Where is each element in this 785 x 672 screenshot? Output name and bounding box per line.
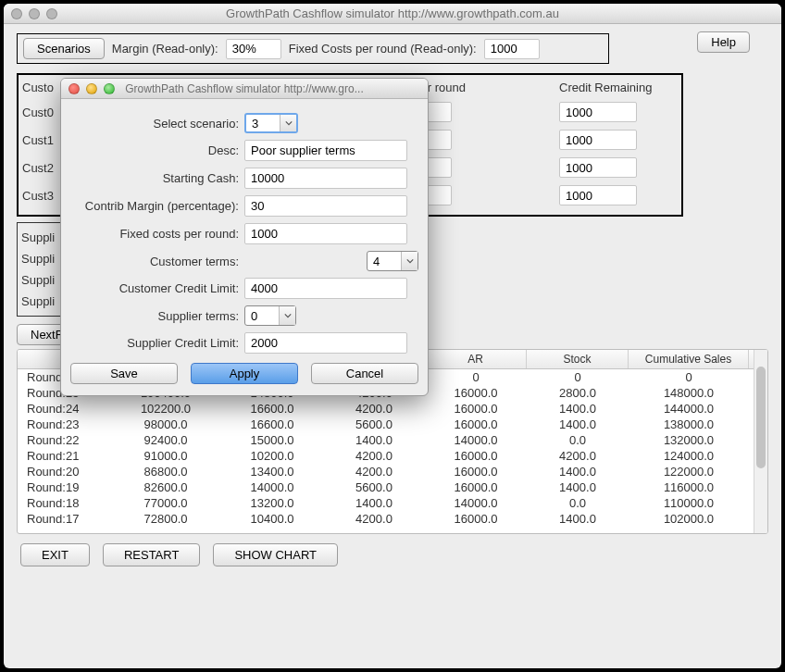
customer-terms-combo[interactable]	[367, 251, 418, 271]
zoom-icon[interactable]	[104, 83, 115, 94]
contrib-margin-label: Contrib Margin (percentage):	[70, 199, 244, 213]
help-button[interactable]: Help	[697, 31, 750, 53]
scenario-dialog: GrowthPath Cashflow simulator http://www…	[60, 78, 429, 396]
table-row[interactable]: Round:2398000.016600.05600.016000.01400.…	[18, 417, 767, 432]
fixed-costs-label: Fixed Costs per round (Read-only):	[289, 42, 477, 56]
starting-cash-field[interactable]	[244, 168, 407, 189]
table-row[interactable]: Round:2086800.013400.04200.016000.01400.…	[18, 464, 767, 479]
cancel-button[interactable]: Cancel	[311, 363, 418, 384]
supplier-terms-value[interactable]	[245, 309, 279, 323]
chevron-down-icon[interactable]	[280, 115, 296, 131]
col-header[interactable]: Cumulative Sales	[629, 350, 749, 368]
fixed-costs-label: Fixed costs per round:	[70, 227, 244, 241]
main-titlebar: GrowthPath Cashflow simulator http://www…	[4, 4, 781, 24]
table-row[interactable]: Round:1982600.014000.05600.016000.01400.…	[18, 479, 767, 495]
table-row[interactable]: Round:2292400.015000.01400.014000.00.013…	[18, 432, 767, 448]
table-row[interactable]: Round:2191000.010200.04200.016000.04200.…	[18, 448, 767, 464]
desc-label: Desc:	[70, 143, 244, 157]
minimize-icon[interactable]	[29, 8, 40, 19]
toolbar: Scenarios Margin (Read-only): Fixed Cost…	[17, 33, 609, 64]
close-icon[interactable]	[69, 83, 80, 94]
cust-header-credit: Credit Remaining	[559, 81, 670, 94]
scrollbar[interactable]	[754, 350, 767, 533]
apply-button[interactable]: Apply	[191, 363, 298, 384]
supplier-terms-combo[interactable]	[244, 305, 296, 326]
credit-field[interactable]	[559, 157, 637, 178]
select-scenario-combo[interactable]	[244, 113, 298, 133]
starting-cash-label: Starting Cash:	[70, 171, 244, 185]
contrib-margin-field[interactable]	[244, 195, 407, 217]
col-header[interactable]: AR	[425, 350, 527, 368]
fixed-costs-field[interactable]	[244, 223, 407, 244]
dialog-titlebar: GrowthPath Cashflow simulator http://www…	[61, 79, 428, 99]
supplier-credit-field[interactable]	[244, 332, 407, 354]
main-title: GrowthPath Cashflow simulator http://www…	[4, 6, 781, 20]
select-scenario-value[interactable]	[246, 117, 280, 131]
dialog-title: GrowthPath Cashflow simulator http://www…	[61, 82, 428, 95]
customer-terms-value[interactable]	[368, 255, 401, 268]
customer-terms-label: Customer terms:	[70, 255, 244, 268]
chevron-down-icon[interactable]	[279, 306, 295, 325]
chevron-down-icon[interactable]	[401, 252, 417, 270]
supplier-credit-label: Supplier Credit Limit:	[70, 336, 244, 350]
select-scenario-label: Select scenario:	[70, 117, 244, 131]
save-button[interactable]: Save	[70, 363, 178, 384]
credit-field[interactable]	[559, 102, 637, 122]
customer-credit-label: Customer Credit Limit:	[70, 281, 244, 295]
restart-button[interactable]: RESTART	[103, 543, 200, 566]
fixed-costs-field	[484, 39, 540, 59]
customer-credit-field[interactable]	[244, 278, 407, 299]
table-row[interactable]: Round:1772800.010400.04200.016000.01400.…	[18, 511, 767, 527]
margin-field	[226, 39, 281, 59]
margin-label: Margin (Read-only):	[112, 42, 218, 56]
zoom-icon[interactable]	[46, 8, 57, 19]
credit-field[interactable]	[559, 185, 637, 205]
desc-field[interactable]	[244, 140, 407, 161]
exit-button[interactable]: EXIT	[20, 543, 90, 566]
scenarios-button[interactable]: Scenarios	[23, 38, 105, 59]
col-header[interactable]: Stock	[527, 350, 629, 368]
table-row[interactable]: Round:1877000.013200.01400.014000.00.011…	[18, 495, 767, 511]
credit-field[interactable]	[559, 130, 637, 150]
supplier-terms-label: Supplier terms:	[70, 309, 244, 323]
table-row[interactable]: Round:24102200.016600.04200.016000.01400…	[18, 401, 767, 417]
minimize-icon[interactable]	[86, 83, 97, 94]
close-icon[interactable]	[11, 8, 22, 19]
show-chart-button[interactable]: SHOW CHART	[213, 543, 338, 566]
